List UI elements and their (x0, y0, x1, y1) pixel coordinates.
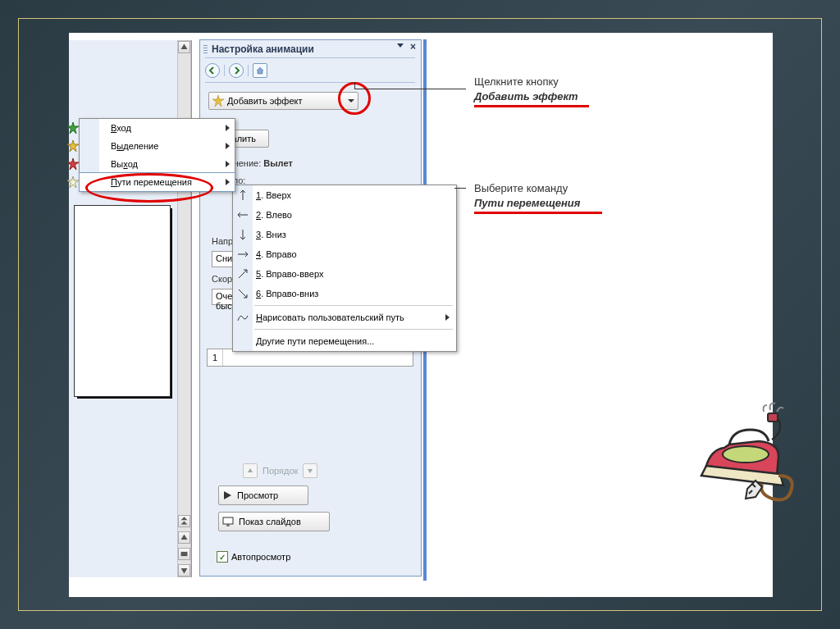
leader-1v (354, 82, 355, 89)
path-custom[interactable]: Нарисовать пользовательский путь (233, 308, 456, 327)
path-rightup-icon (238, 269, 248, 279)
nav-back-button[interactable] (205, 63, 220, 78)
callout-1: Щелкните кнопку Добавить эффект (474, 75, 578, 104)
path-left-icon (237, 211, 249, 219)
submenu-arrow-icon (226, 161, 230, 167)
scroll-up-button[interactable] (178, 41, 190, 53)
pane-close-button[interactable]: × (410, 41, 416, 52)
path-right-up[interactable]: 5. Вправо-вверх (233, 264, 456, 284)
pane-divider (205, 57, 415, 58)
checkbox-icon: ✓ (217, 551, 228, 563)
pane-divider-2 (205, 82, 415, 83)
nav-sep-2 (248, 65, 249, 76)
play-label: Просмотр (237, 490, 278, 500)
order-label: Порядок (262, 466, 298, 476)
star-icon (212, 95, 224, 107)
autopreview-label: Автопросмотр (231, 552, 290, 562)
path-right-down[interactable]: 6. Вправо-вниз (233, 284, 456, 303)
slideshow-icon (222, 517, 234, 526)
path-down[interactable]: 3. Вниз (233, 225, 456, 244)
order-down-button[interactable] (303, 463, 317, 478)
path-more[interactable]: Другие пути перемещения... (233, 331, 456, 351)
callout-2-underline (474, 212, 602, 214)
callout-2: Выберите команду Пути перемещения (474, 181, 580, 211)
star-outline-icon (67, 176, 79, 188)
iron-clipart (695, 394, 801, 508)
path-rightdown-icon (238, 289, 248, 299)
path-left[interactable]: 2. Влево (233, 205, 456, 225)
slideshow-label: Показ слайдов (239, 517, 301, 526)
leader-1 (354, 89, 466, 89)
callout-2-line1: Выберите команду (474, 181, 580, 196)
path-up-icon (239, 189, 247, 201)
slideshow-button[interactable]: Показ слайдов (218, 512, 330, 531)
svg-rect-0 (181, 552, 188, 556)
scroll-dbl-up[interactable] (178, 515, 190, 527)
nav-forward-button[interactable] (229, 63, 244, 78)
scroll-mid-1[interactable] (178, 531, 190, 544)
play-icon (222, 490, 232, 500)
pane-title: Настройка анимации (212, 43, 314, 55)
callout-1-line1: Щелкните кнопку (474, 75, 578, 89)
highlight-circle-2 (85, 173, 213, 203)
add-effect-button[interactable]: Добавить эффект (208, 92, 358, 110)
svg-rect-1 (223, 517, 233, 524)
menu-entrance[interactable]: Вход (80, 119, 235, 137)
autopreview-checkbox[interactable]: ✓ Автопросмотр (217, 551, 290, 563)
path-custom-icon (237, 312, 249, 322)
callout-2-line2: Пути перемещения (474, 196, 580, 211)
pane-nav (205, 63, 267, 78)
menu-exit[interactable]: Выход (80, 155, 235, 173)
submenu-arrow-icon (445, 314, 450, 321)
pane-grip[interactable] (203, 43, 208, 53)
leader-2 (454, 188, 466, 189)
scroll-down-button[interactable] (178, 564, 190, 577)
callout-1-line2: Добавить эффект (474, 89, 578, 104)
order-controls: Порядок (243, 463, 317, 478)
motion-path-submenu: 1. Вверх 2. Влево 3. Вниз 4. Вправо 5. В… (232, 185, 457, 352)
path-right[interactable]: 4. Вправо (233, 244, 456, 264)
order-up-button[interactable] (243, 463, 258, 478)
svg-point-2 (723, 446, 769, 463)
submenu-arrow-icon (226, 125, 230, 131)
scroll-mid-2[interactable] (178, 548, 190, 560)
path-up[interactable]: 1. Вверх (233, 185, 456, 205)
nav-home-button[interactable] (253, 63, 267, 78)
star-green-icon (67, 122, 79, 134)
nav-sep (224, 65, 225, 76)
star-yellow-icon (67, 140, 79, 152)
callout-1-underline (474, 105, 589, 107)
slide-thumb[interactable] (74, 205, 171, 397)
path-down-icon (239, 229, 247, 240)
menu-emphasis[interactable]: Выделение (80, 137, 235, 155)
play-button[interactable]: Просмотр (218, 485, 308, 505)
pane-menu-dropdown[interactable] (397, 43, 404, 48)
svg-rect-3 (768, 413, 778, 422)
star-red-icon (67, 158, 79, 170)
path-right-icon (237, 250, 249, 258)
add-effect-label: Добавить эффект (227, 96, 302, 106)
submenu-arrow-icon (226, 179, 230, 185)
submenu-arrow-icon (226, 143, 230, 149)
effect-number: 1 (208, 349, 223, 366)
